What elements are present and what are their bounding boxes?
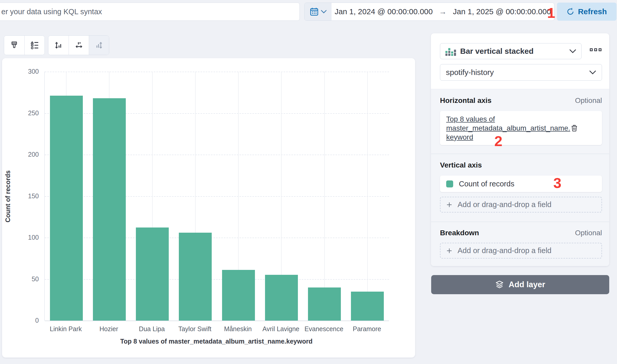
horizontal-axis-dimension[interactable]: Top 8 values of master_metadata_album_ar…	[440, 111, 602, 145]
add-layer-label: Add layer	[509, 280, 545, 289]
axes-toolbar-group	[48, 35, 109, 55]
paintbrush-icon	[10, 41, 18, 49]
bar-chart-plot	[44, 72, 389, 321]
legend-list-icon	[30, 41, 39, 50]
arrow-right-icon: →	[439, 7, 447, 16]
bar-linkin-park[interactable]	[50, 96, 83, 321]
plus-icon	[446, 248, 452, 254]
vertical-axis-section: Vertical axis Count of records Add or dr…	[431, 161, 609, 213]
plus-icon	[446, 202, 452, 208]
date-start[interactable]: Jan 1, 2024 @ 00:00:00.000	[335, 7, 433, 16]
x-tick-label: Avril Lavigne	[258, 325, 304, 333]
calendar-menu-button[interactable]	[305, 3, 332, 20]
chevron-down-icon	[589, 70, 596, 74]
annotation-3: 3	[553, 176, 561, 190]
style-toolbar-group	[4, 35, 45, 55]
layer-config-panel: Bar vertical stacked spotify-history Hor…	[431, 33, 609, 266]
annotation-2: 2	[494, 134, 502, 148]
bar-dua-lipa[interactable]	[136, 228, 169, 321]
right-axis-icon	[95, 41, 104, 50]
legend-settings-button[interactable]	[24, 36, 45, 55]
x-tick-label: Linkin Park	[42, 325, 89, 333]
x-tick-label: Paramore	[344, 325, 390, 333]
data-view-label: spotify-history	[446, 68, 589, 77]
y-tick-label: 250	[13, 109, 39, 117]
y-tick-label: 0	[13, 317, 39, 324]
date-range-values: Jan 1, 2024 @ 00:00:00.000 → Jan 1, 2025…	[332, 3, 554, 20]
vertical-axis-icon	[54, 41, 63, 50]
bar-avril-lavigne[interactable]	[265, 275, 298, 321]
right-axis-button[interactable]	[89, 36, 109, 55]
annotation-1: 1	[547, 6, 555, 20]
chevron-down-icon	[569, 49, 576, 53]
y-tick-label: 50	[13, 275, 39, 283]
y-tick-label: 300	[13, 68, 39, 75]
x-tick-label: Evanescence	[301, 325, 347, 333]
horizontal-axis-section: Horizontal axis Optional Top 8 values of…	[431, 96, 609, 145]
appearance-button[interactable]	[4, 36, 24, 55]
x-tick-label: Dua Lipa	[129, 325, 175, 333]
chart-type-select[interactable]: Bar vertical stacked	[440, 43, 582, 59]
date-range-picker: Jan 1, 2024 @ 00:00:00.000 → Jan 1, 2025…	[304, 3, 554, 21]
layer-settings-icon[interactable]	[590, 48, 601, 51]
refresh-label: Refresh	[578, 7, 607, 16]
x-tick-label: Hozier	[85, 325, 132, 333]
add-layer-button[interactable]: Add layer	[431, 275, 609, 294]
bar-paramore[interactable]	[351, 292, 384, 321]
x-axis-title: Top 8 values of master_metadata_album_ar…	[44, 338, 388, 345]
section-title: Vertical axis	[440, 161, 482, 169]
optional-badge: Optional	[575, 229, 602, 237]
chart-type-label: Bar vertical stacked	[460, 47, 565, 56]
refresh-icon	[567, 8, 574, 16]
breakdown-section: Breakdown Optional Add or drag-and-drop …	[431, 229, 609, 259]
x-tick-label: Taylor Swift	[172, 325, 218, 333]
date-end[interactable]: Jan 1, 2025 @ 00:00:00.000	[453, 7, 551, 16]
y-tick-label: 200	[13, 151, 39, 158]
section-title: Breakdown	[440, 229, 479, 237]
dimension-link[interactable]: Top 8 values of master_metadata_album_ar…	[446, 115, 570, 142]
x-axis-line	[45, 321, 389, 321]
vertical-axis-dimension[interactable]: Count of records	[440, 176, 602, 192]
bar-hozier[interactable]	[93, 98, 126, 321]
metric-label: Count of records	[459, 180, 596, 188]
layers-icon	[495, 280, 504, 289]
section-title: Horizontal axis	[440, 96, 491, 105]
chevron-down-icon	[321, 10, 327, 13]
y-axis-title: Count of records	[4, 109, 12, 284]
metric-swatch	[446, 180, 453, 187]
bar-måneskin[interactable]	[222, 270, 255, 321]
bar-vertical-stacked-icon	[445, 47, 456, 56]
lens-editor: Jan 1, 2024 @ 00:00:00.000 → Jan 1, 2025…	[0, 0, 617, 364]
dimension-sections: Horizontal axis Optional Top 8 values of…	[431, 89, 609, 266]
y-tick-label: 150	[13, 192, 39, 200]
data-view-select[interactable]: spotify-history	[440, 64, 602, 81]
kql-search-input[interactable]	[0, 3, 300, 21]
trash-icon[interactable]	[570, 124, 578, 132]
horizontal-axis-icon	[75, 41, 83, 50]
gridline	[45, 72, 389, 72]
refresh-button[interactable]: Refresh	[557, 3, 616, 21]
add-field-label: Add or drag-and-drop a field	[458, 200, 552, 209]
x-tick-label: Måneskin	[215, 325, 261, 333]
add-field-label: Add or drag-and-drop a field	[458, 246, 552, 255]
bar-evanescence[interactable]	[308, 287, 341, 321]
y-tick-label: 100	[13, 234, 39, 241]
gridline	[367, 72, 368, 321]
left-axis-button[interactable]	[48, 36, 69, 55]
breakdown-add-field[interactable]: Add or drag-and-drop a field	[440, 243, 602, 259]
bar-taylor-swift[interactable]	[179, 233, 212, 321]
gridline	[324, 72, 325, 321]
bottom-axis-button[interactable]	[69, 36, 89, 55]
optional-badge: Optional	[575, 96, 602, 105]
vertical-axis-add-field[interactable]: Add or drag-and-drop a field	[440, 197, 602, 213]
calendar-icon	[310, 7, 319, 16]
